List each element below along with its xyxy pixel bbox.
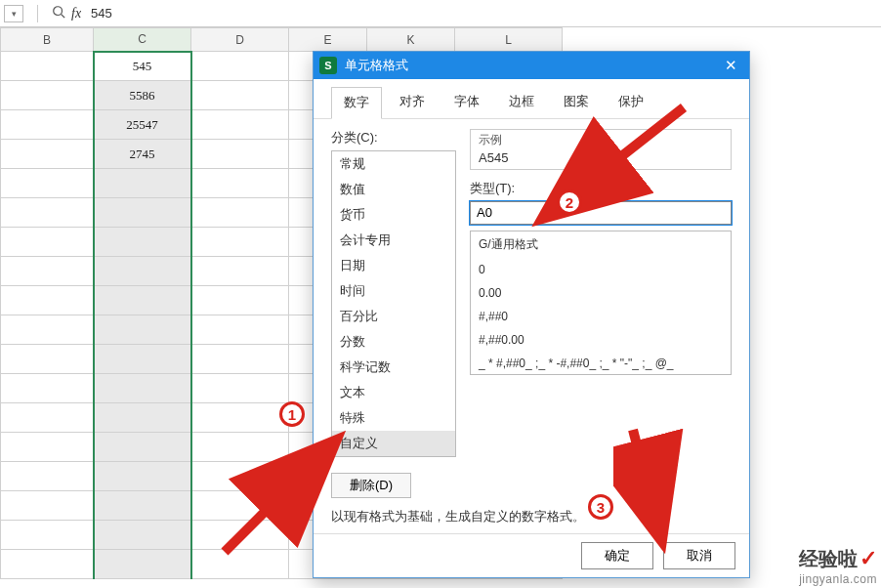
close-icon[interactable]: ✕ bbox=[718, 57, 743, 74]
col-header[interactable]: C bbox=[94, 28, 191, 52]
sample-box: 示例 A545 bbox=[470, 129, 732, 170]
fx-icon[interactable]: fx bbox=[71, 6, 81, 21]
cell[interactable] bbox=[191, 345, 289, 374]
cell[interactable] bbox=[191, 110, 289, 140]
app-icon: S bbox=[319, 57, 337, 74]
cell[interactable] bbox=[1, 140, 94, 169]
category-item[interactable]: 百分比 bbox=[332, 304, 455, 329]
cell[interactable] bbox=[1, 521, 94, 550]
cell[interactable]: 545 bbox=[94, 52, 191, 81]
dialog-button-bar: 确定 取消 bbox=[314, 533, 749, 577]
category-list[interactable]: 常规 数值 货币 会计专用 日期 时间 百分比 分数 科学记数 文本 特殊 自定… bbox=[331, 150, 456, 457]
category-item[interactable]: 文本 bbox=[332, 380, 455, 405]
cell[interactable] bbox=[191, 286, 289, 315]
category-item-custom[interactable]: 自定义 bbox=[332, 431, 455, 456]
type-input[interactable] bbox=[470, 201, 732, 225]
cell[interactable] bbox=[94, 491, 191, 521]
cell[interactable] bbox=[1, 374, 94, 403]
category-item[interactable]: 特殊 bbox=[332, 405, 455, 431]
cell[interactable] bbox=[191, 52, 289, 81]
cell[interactable] bbox=[94, 315, 191, 345]
cell[interactable] bbox=[191, 81, 289, 110]
cell[interactable] bbox=[94, 169, 191, 198]
cell[interactable] bbox=[94, 550, 191, 579]
cell[interactable] bbox=[191, 433, 289, 462]
cell[interactable] bbox=[94, 286, 191, 315]
cell[interactable] bbox=[191, 521, 289, 550]
tab-border[interactable]: 边框 bbox=[497, 87, 546, 118]
cell[interactable] bbox=[191, 403, 289, 433]
cell[interactable] bbox=[94, 403, 191, 433]
col-header[interactable]: B bbox=[1, 28, 94, 52]
category-item[interactable]: 分数 bbox=[332, 329, 455, 355]
cell[interactable] bbox=[1, 257, 94, 286]
cell[interactable] bbox=[1, 403, 94, 433]
cell[interactable] bbox=[1, 110, 94, 140]
cell[interactable] bbox=[1, 198, 94, 228]
cell[interactable] bbox=[1, 286, 94, 315]
type-item[interactable]: _ * #,##0_ ;_ * -#,##0_ ;_ * "-"_ ;_ @_ bbox=[471, 352, 731, 375]
type-label: 类型(T): bbox=[470, 180, 732, 197]
cell[interactable] bbox=[94, 257, 191, 286]
cell[interactable]: 2745 bbox=[94, 140, 191, 169]
cell[interactable] bbox=[191, 462, 289, 491]
cell[interactable] bbox=[191, 140, 289, 169]
cell[interactable] bbox=[94, 433, 191, 462]
cell[interactable] bbox=[94, 228, 191, 257]
cell[interactable] bbox=[1, 550, 94, 579]
cell[interactable] bbox=[191, 257, 289, 286]
cell[interactable] bbox=[1, 169, 94, 198]
cell[interactable] bbox=[94, 345, 191, 374]
cell[interactable] bbox=[191, 374, 289, 403]
cell[interactable] bbox=[1, 462, 94, 491]
name-box-dropdown[interactable]: ▾ bbox=[4, 5, 23, 22]
cell[interactable] bbox=[191, 491, 289, 521]
cell[interactable] bbox=[191, 315, 289, 345]
dialog-titlebar[interactable]: S 单元格格式 ✕ bbox=[314, 52, 749, 79]
cancel-button[interactable]: 取消 bbox=[663, 542, 735, 569]
cell[interactable] bbox=[191, 550, 289, 579]
tab-font[interactable]: 字体 bbox=[442, 87, 491, 118]
col-header[interactable]: D bbox=[191, 28, 289, 52]
category-item[interactable]: 科学记数 bbox=[332, 355, 455, 380]
cell[interactable] bbox=[1, 228, 94, 257]
col-header[interactable]: E bbox=[289, 28, 367, 52]
cell[interactable] bbox=[1, 52, 94, 81]
cell[interactable] bbox=[1, 345, 94, 374]
search-icon[interactable] bbox=[52, 5, 65, 22]
col-header[interactable]: K bbox=[367, 28, 455, 52]
type-list[interactable]: G/通用格式 0 0.00 #,##0 #,##0.00 _ * #,##0_ … bbox=[470, 231, 732, 375]
category-item[interactable]: 常规 bbox=[332, 151, 455, 177]
cell[interactable] bbox=[191, 228, 289, 257]
cell[interactable] bbox=[191, 169, 289, 198]
col-header[interactable]: L bbox=[455, 28, 563, 52]
cell[interactable] bbox=[94, 374, 191, 403]
type-item[interactable]: #,##0 bbox=[471, 305, 731, 328]
cell[interactable] bbox=[191, 198, 289, 228]
cell[interactable] bbox=[94, 521, 191, 550]
cell[interactable] bbox=[1, 81, 94, 110]
type-item[interactable]: #,##0.00 bbox=[471, 328, 731, 352]
category-item[interactable]: 日期 bbox=[332, 253, 455, 278]
category-item[interactable]: 会计专用 bbox=[332, 228, 455, 253]
tab-number[interactable]: 数字 bbox=[331, 87, 382, 119]
cell[interactable] bbox=[1, 433, 94, 462]
type-item[interactable]: 0.00 bbox=[471, 281, 731, 305]
category-item[interactable]: 时间 bbox=[332, 278, 455, 304]
tab-align[interactable]: 对齐 bbox=[388, 87, 437, 118]
ok-button[interactable]: 确定 bbox=[581, 542, 653, 569]
tab-pattern[interactable]: 图案 bbox=[552, 87, 601, 118]
cell[interactable] bbox=[1, 315, 94, 345]
delete-button[interactable]: 删除(D) bbox=[331, 473, 411, 498]
formula-input[interactable] bbox=[87, 4, 877, 23]
cell[interactable] bbox=[1, 491, 94, 521]
type-item[interactable]: 0 bbox=[471, 258, 731, 281]
tab-protect[interactable]: 保护 bbox=[607, 87, 655, 118]
cell[interactable]: 5586 bbox=[94, 81, 191, 110]
cell[interactable] bbox=[94, 462, 191, 491]
category-item[interactable]: 数值 bbox=[332, 177, 455, 202]
category-item[interactable]: 货币 bbox=[332, 202, 455, 228]
cell[interactable]: 25547 bbox=[94, 110, 191, 140]
cell[interactable] bbox=[94, 198, 191, 228]
type-item[interactable]: G/通用格式 bbox=[471, 231, 731, 258]
